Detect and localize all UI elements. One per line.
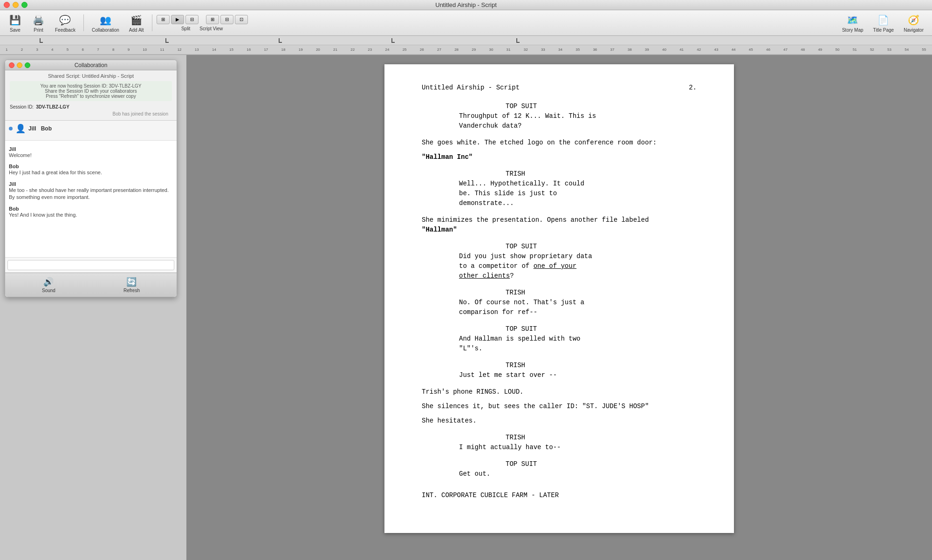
dialogue-top-suit-1: Throughput of 12 K... Wait. This isVande…: [459, 111, 659, 131]
bob-joined-notice: Bob has joined the session: [10, 110, 172, 117]
collaboration-button[interactable]: 👥 Collaboration: [88, 12, 123, 34]
tab-ruler: [0, 36, 932, 45]
script-content: TOP SUIT Throughput of 12 K... Wait. Thi…: [422, 102, 697, 500]
msg-text-bob-2: Yes! And I know just the thing.: [9, 212, 173, 219]
view-btn-1[interactable]: ⊞: [157, 15, 170, 24]
story-map-icon: 🗺️: [846, 14, 859, 27]
action-hallman-inc: "Hallman Inc": [422, 152, 697, 162]
dialogue-trish-1: Well... Hypothetically. It couldbe. This…: [459, 179, 659, 208]
view-btn-3[interactable]: ⊟: [185, 15, 199, 24]
session-id-value: 3DV-TLBZ-LGY: [36, 104, 69, 109]
toolbar: 💾 Save 🖨️ Print 💬 Feedback 👥 Collaborati…: [0, 10, 932, 36]
collab-window-controls[interactable]: [9, 62, 30, 68]
dialogue-top-suit-3: And Hallman is spelled with two"L"'s.: [459, 334, 659, 354]
view-btn-4[interactable]: ⊞: [206, 15, 219, 24]
jill-person-icon: 👤: [15, 123, 26, 134]
maximize-button[interactable]: [21, 2, 27, 8]
sound-label: Sound: [42, 288, 55, 293]
save-button[interactable]: 💾 Save: [5, 12, 26, 34]
page-title-text: Untitled Airship - Script: [422, 83, 520, 93]
window-title: Untitled Airship - Script: [435, 1, 497, 8]
save-label: Save: [10, 27, 21, 33]
title-page-button[interactable]: 📄 Title Page: [870, 12, 898, 34]
collab-title: Collaboration: [75, 62, 108, 68]
refresh-label: Refresh: [123, 288, 140, 293]
session-info-line1: You are now hosting Session ID: 3DV-TLBZ…: [14, 83, 168, 89]
collab-minimize-button[interactable]: [17, 62, 22, 68]
view-btn-5[interactable]: ⊟: [220, 15, 233, 24]
sound-button[interactable]: 🔊 Sound: [37, 276, 60, 294]
jill-username: Jill: [28, 125, 36, 132]
minimize-button[interactable]: [13, 2, 19, 8]
collaboration-label: Collaboration: [92, 27, 119, 33]
character-top-suit-4: TOP SUIT: [506, 459, 697, 469]
action-hesitates: She hesitates.: [422, 416, 697, 426]
document-area[interactable]: Untitled Airship - Script 2. TOP SUIT Th…: [186, 55, 932, 560]
sound-icon: 🔊: [43, 277, 54, 287]
collab-session-info: You are now hosting Session ID: 3DV-TLBZ…: [10, 81, 172, 101]
script-view-label: Script View: [199, 26, 223, 31]
navigator-icon: 🧭: [907, 14, 920, 27]
story-map-label: Story Map: [842, 27, 863, 33]
close-button[interactable]: [4, 2, 10, 8]
add-alt-label: Add Alt: [129, 27, 144, 33]
collab-messages: Jill Welcome! Bob Hey I just had a great…: [9, 144, 173, 225]
save-icon: 💾: [9, 14, 22, 27]
page-number: 2.: [689, 83, 697, 93]
print-icon: 🖨️: [32, 14, 45, 27]
msg-sender-jill-1: Jill: [9, 146, 173, 152]
character-trish-4: TRISH: [506, 433, 697, 443]
collab-message-input[interactable]: [7, 260, 174, 270]
msg-jill-welcome: Jill Welcome!: [9, 146, 173, 159]
script-page: Untitled Airship - Script 2. TOP SUIT Th…: [384, 64, 734, 533]
toolbar-divider-2: [152, 14, 152, 31]
msg-text-jill-2: Me too - she should have her really impo…: [9, 187, 173, 201]
msg-sender-bob-2: Bob: [9, 206, 173, 212]
msg-sender-bob-1: Bob: [9, 164, 173, 169]
sidebar: Collaboration Shared Script: Untitled Ai…: [0, 55, 186, 560]
view-btn-6[interactable]: ⊡: [235, 15, 248, 24]
jill-dot-icon: [9, 127, 13, 130]
session-info-line2: Share the Session ID with your collabora…: [14, 89, 168, 94]
character-top-suit-2: TOP SUIT: [506, 242, 697, 252]
feedback-button[interactable]: 💬 Feedback: [51, 12, 79, 34]
story-map-button[interactable]: 🗺️ Story Map: [838, 12, 867, 34]
msg-text-bob-1: Hey I just had a great idea for this sce…: [9, 169, 173, 176]
character-trish-2: TRISH: [506, 288, 697, 298]
collab-maximize-button[interactable]: [25, 62, 30, 68]
collab-users-list: 👤 Jill Bob: [5, 121, 177, 141]
main-area: Collaboration Shared Script: Untitled Ai…: [0, 55, 932, 560]
character-trish-3: TRISH: [506, 361, 697, 370]
dialogue-top-suit-4: Get out.: [459, 469, 659, 479]
collab-close-button[interactable]: [9, 62, 14, 68]
collab-input-area: [5, 257, 177, 273]
msg-bob-know: Bob Yes! And I know just the thing.: [9, 206, 173, 219]
dialogue-trish-4: I might actually have to--: [459, 443, 659, 452]
character-trish-1: TRISH: [506, 169, 697, 179]
feedback-label: Feedback: [55, 27, 75, 33]
window-controls[interactable]: [4, 2, 27, 8]
collab-footer: 🔊 Sound 🔄 Refresh: [5, 273, 177, 297]
rulers: 123456789 10111213141516171819 202122232…: [0, 36, 932, 55]
print-button[interactable]: 🖨️ Print: [28, 12, 49, 34]
session-id-label: Session ID:: [10, 104, 34, 109]
refresh-button[interactable]: 🔄 Refresh: [119, 276, 144, 294]
navigator-button[interactable]: 🧭 Navigator: [900, 12, 927, 34]
title-page-label: Title Page: [873, 27, 894, 33]
dialogue-trish-2: No. Of course not. That's just acomparis…: [459, 298, 659, 317]
title-bar: Untitled Airship - Script: [0, 0, 932, 10]
print-label: Print: [34, 27, 43, 33]
toolbar-divider-1: [83, 14, 84, 31]
action-minimizes: She minimizes the presentation. Opens an…: [422, 215, 697, 235]
msg-bob-idea: Bob Hey I just had a great idea for this…: [9, 164, 173, 176]
msg-text-jill-1: Welcome!: [9, 152, 173, 159]
scene-heading-cubicle: INT. CORPORATE CUBICLE FARM - LATER: [422, 491, 697, 500]
action-she-goes-white: She goes white. The etched logo on the c…: [422, 138, 697, 148]
action-phone-rings: Trish's phone RINGS. LOUD.: [422, 387, 697, 397]
view-btn-2[interactable]: ▶: [171, 15, 184, 24]
collab-user-bob: Bob: [41, 123, 52, 134]
title-page-icon: 📄: [877, 14, 890, 27]
add-alt-button[interactable]: 🎬 Add Alt: [125, 12, 148, 34]
toolbar-center-labels: Split Script View: [181, 26, 223, 31]
collab-title-bar: Collaboration: [5, 60, 177, 70]
